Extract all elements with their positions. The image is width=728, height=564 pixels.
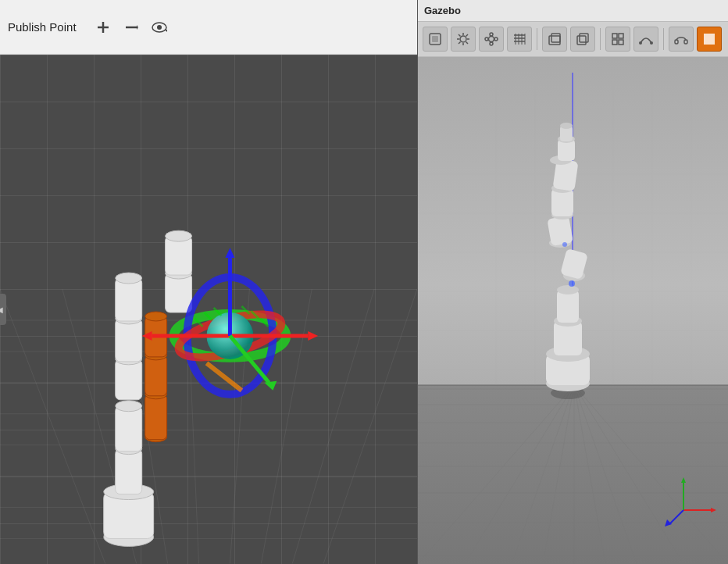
plus-icon	[96, 20, 110, 34]
svg-rect-28	[116, 406, 142, 452]
eye-button[interactable]	[148, 16, 170, 38]
svg-rect-99	[675, 40, 678, 44]
svg-rect-45	[166, 236, 192, 275]
toolbar-separator-1	[537, 28, 537, 50]
left-viewport: ◀	[0, 55, 417, 564]
svg-rect-89	[549, 36, 560, 45]
svg-rect-103	[418, 385, 728, 564]
svg-rect-101	[704, 34, 715, 45]
robot-scene-left	[0, 55, 417, 564]
svg-rect-100	[684, 40, 687, 44]
gazebo-grid-btn[interactable]	[605, 27, 630, 52]
svg-line-73	[459, 34, 461, 37]
toolbar: Publish Point	[0, 0, 417, 55]
svg-point-79	[490, 42, 493, 45]
minus-icon	[124, 23, 138, 31]
gazebo-copy-btn[interactable]	[570, 27, 595, 52]
headphones-icon	[674, 32, 688, 46]
toolbar-separator-2	[600, 28, 601, 50]
gazebo-lines-btn[interactable]	[507, 27, 532, 52]
svg-marker-56	[225, 248, 234, 258]
svg-point-46	[166, 230, 192, 241]
gazebo-curve-btn[interactable]	[633, 27, 658, 52]
svg-rect-26	[116, 449, 142, 494]
add-button[interactable]	[92, 16, 114, 38]
svg-point-157	[569, 280, 575, 287]
svg-rect-93	[612, 34, 617, 38]
svg-line-22	[323, 289, 417, 563]
svg-rect-91	[577, 36, 586, 45]
gazebo-titlebar: Gazebo	[418, 0, 728, 22]
right-viewport	[418, 57, 728, 564]
svg-point-42	[116, 273, 142, 284]
right-panel: Gazebo	[418, 0, 728, 564]
curve-icon	[639, 32, 653, 46]
svg-point-98	[650, 41, 653, 45]
svg-rect-94	[619, 34, 623, 38]
svg-point-156	[560, 123, 573, 129]
select-icon	[428, 32, 442, 46]
gazebo-box-btn[interactable]	[542, 27, 567, 52]
lines-icon	[512, 32, 526, 46]
svg-line-15	[0, 289, 105, 563]
svg-rect-96	[619, 40, 623, 45]
svg-rect-90	[551, 34, 560, 42]
gazebo-object-btn[interactable]	[479, 27, 504, 52]
remove-button[interactable]	[120, 16, 142, 38]
svg-line-74	[466, 42, 469, 45]
svg-rect-33	[145, 355, 167, 396]
svg-line-75	[459, 42, 461, 45]
left-panel: Publish Point	[0, 0, 418, 564]
gazebo-toolbar	[418, 22, 728, 57]
gazebo-active-btn[interactable]	[697, 27, 722, 52]
svg-marker-3	[137, 25, 138, 30]
copy-icon	[576, 32, 590, 46]
svg-point-5	[157, 25, 162, 30]
svg-point-77	[489, 37, 494, 42]
svg-rect-147	[547, 216, 573, 246]
svg-line-76	[466, 34, 469, 37]
gazebo-select-btn[interactable]	[423, 27, 448, 52]
eye-icon	[151, 22, 168, 33]
svg-point-78	[490, 33, 493, 36]
gazebo-title: Gazebo	[424, 5, 461, 16]
svg-rect-67	[432, 36, 438, 42]
svg-rect-41	[116, 278, 142, 321]
svg-rect-95	[612, 40, 617, 45]
svg-point-81	[494, 37, 498, 41]
grid-icon	[611, 32, 625, 46]
svg-point-97	[639, 41, 642, 45]
svg-point-80	[485, 37, 488, 41]
box-icon	[548, 32, 562, 46]
collapse-handle[interactable]: ◀	[0, 294, 6, 325]
svg-marker-52	[308, 331, 318, 341]
svg-rect-92	[580, 34, 588, 42]
active-icon	[704, 34, 715, 45]
gazebo-scene	[418, 57, 728, 564]
svg-rect-37	[116, 359, 142, 400]
publish-point-title: Publish Point	[8, 20, 77, 34]
svg-point-36	[145, 312, 167, 321]
svg-point-158	[562, 242, 567, 247]
sun-icon	[456, 32, 470, 46]
svg-point-29	[116, 401, 142, 412]
app-container: Publish Point	[0, 0, 728, 564]
svg-rect-142	[557, 290, 579, 323]
svg-point-143	[557, 285, 579, 294]
svg-rect-39	[116, 319, 142, 362]
svg-line-21	[292, 289, 374, 563]
svg-marker-58	[264, 381, 277, 391]
svg-point-68	[460, 36, 466, 42]
svg-rect-31	[145, 394, 167, 440]
object-icon	[484, 32, 498, 46]
toolbar-separator-3	[663, 28, 664, 50]
gazebo-sun-btn[interactable]	[451, 27, 476, 52]
gazebo-headphones-btn[interactable]	[669, 27, 694, 52]
